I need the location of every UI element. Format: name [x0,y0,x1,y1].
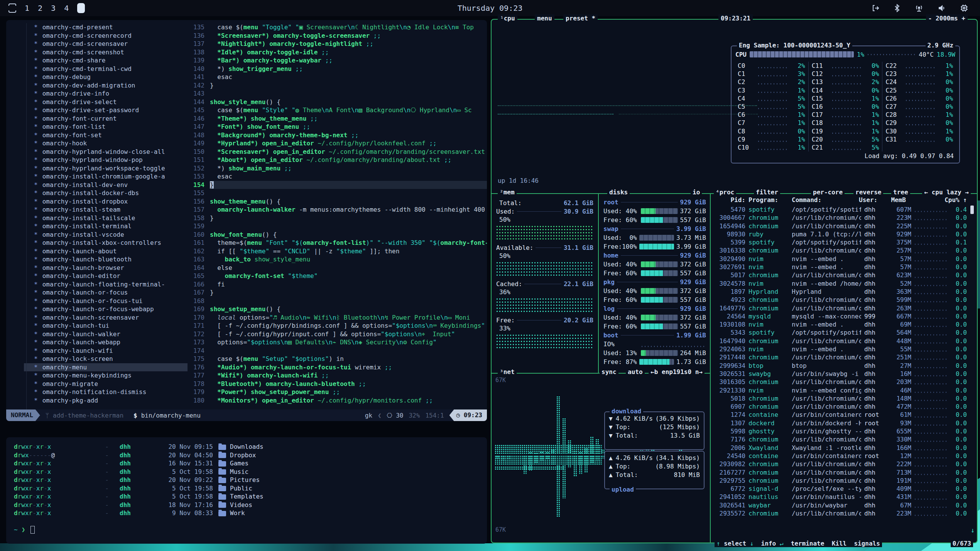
proc-percore-button[interactable]: per-core [811,189,845,196]
logout-icon[interactable] [871,4,880,12]
process-row[interactable]: 2941052nautilus/usr/bin/nautilus --gapdh… [714,493,967,501]
file-item[interactable]: *omarchy-launch-webapp [32,338,188,347]
process-row[interactable]: 1897HyprlandHyprlanddhh363M0.0 [714,288,967,296]
process-row[interactable]: 3027691nvimnvim --embed .dhh57M0.0 [714,263,967,271]
shell-prompt[interactable]: ~ ❯ [14,526,487,534]
process-row[interactable]: 6772signal-d/proc/self/exe --type=rdhh40… [714,485,967,493]
topbar-clock[interactable]: Thursday 09:23 [0,3,980,13]
process-row[interactable]: 2929755chromium/usr/lib/chromium/chromdh… [714,477,967,485]
file-item[interactable]: *omarchy-cmd-screenshot [32,48,188,57]
process-row[interactable]: 5998ghostty/usr/bin/ghostty --gtk-dhh655… [714,427,967,435]
file-item[interactable]: *omarchy-launch-wifi [32,347,188,355]
file-item[interactable]: *omarchy-launch-bluetooth [32,255,188,264]
file-item[interactable]: *omarchy-menu-keybindings [32,371,188,380]
file-item[interactable]: *omarchy-install-dev-env [32,181,188,189]
file-item[interactable]: *omarchy-cmd-screenrecord [32,32,188,40]
proc-reverse-button[interactable]: reverse [853,189,883,196]
network-broadcast-icon[interactable] [914,4,924,12]
file-item[interactable]: *omarchy-hyprland-window-pop [32,156,188,164]
bluetooth-icon[interactable] [894,4,901,12]
file-item[interactable]: *omarchy-pkg-add [32,396,188,405]
file-item[interactable]: *omarchy-launch-or-focus-tui [32,297,188,305]
file-item[interactable]: *omarchy-debug [32,73,188,81]
process-row[interactable]: 3004667chromium/usr/lib/chromium/chromdh… [714,214,967,222]
process-row[interactable]: 5399spotify/opt/spotify/spotify --dhh375… [714,238,967,246]
file-item[interactable]: *omarchy-migrate [32,380,188,388]
process-row[interactable]: 5017chromium/usr/lib/chromium/chromdhh62… [714,271,967,279]
file-item[interactable]: *omarchy-launch-about [32,247,188,256]
process-row[interactable]: 7176chromium/usr/lib/chromium/chromdhh33… [714,435,967,443]
file-item[interactable]: *omarchy-drive-select [32,98,188,106]
process-row[interactable]: 2999634btopbtopdhh27M0.0 [714,362,967,370]
file-item[interactable]: *omarchy-lock-screen [32,355,188,363]
file-item[interactable]: *omarchy-hyprland-workspace-toggle [32,164,188,173]
file-item[interactable]: *omarchy-install-dropbox [32,197,188,206]
process-row[interactable]: 2921330nvimnvim --embed config.jsodhh46M… [714,386,967,394]
btop-window[interactable]: ¹cpu menu preset * 09:23:21 - 2000ms + E… [491,19,978,543]
process-row[interactable]: 5470spotify/opt/spotify/spotify --dhh607… [714,206,967,214]
process-row[interactable]: 3029490nvimnvim --embed .dhh57M0.0 [714,255,967,263]
process-row[interactable]: 24564mysqldmysqld --max-connection999667… [714,312,967,320]
process-row[interactable]: 24540containe/usr/bin/containerd-shiroot… [714,452,967,460]
disks-title[interactable]: disks [607,189,630,196]
file-item[interactable]: *omarchy-cmd-present [32,23,188,32]
proc-scrollbar[interactable] [970,206,974,214]
process-row[interactable]: 2930982chromium/usr/lib/chromium/chromdh… [714,460,967,468]
io-title[interactable]: io [691,189,702,196]
file-item[interactable]: *omarchy-launch-editor [32,272,188,280]
file-item[interactable]: *omarchy-launch-or-focus-webapp [32,305,188,313]
proc-sort[interactable]: ← cpu lazy → [922,189,971,196]
process-row[interactable]: 2167277chromium/usr/lib/chromium/chromdh… [714,468,967,477]
process-row[interactable]: 4923chromium/usr/lib/chromium/chromdhh59… [714,296,967,304]
file-item[interactable]: *omarchy-launch-floating-terminal- [32,280,188,289]
file-item[interactable]: *omarchy-font-list [32,123,188,131]
file-item[interactable]: *omarchy-launch-screensaver [32,313,188,322]
tab-cpu[interactable]: ¹cpu [498,14,517,23]
cpu-chip-icon[interactable] [960,4,968,12]
editor-window[interactable]: *omarchy-cmd-present*omarchy-cmd-screenr… [6,20,487,421]
process-row[interactable]: 6907chromium/usr/lib/chromium/chromdhh47… [714,403,967,411]
process-row[interactable]: 2917448chromium/usr/lib/chromium/chromdh… [714,353,967,361]
file-item[interactable]: *omarchy-install-vscode [32,231,188,239]
file-item[interactable]: *omarchy-drive-set-password [32,106,188,115]
file-item[interactable]: *omarchy-cmd-share [32,56,188,65]
file-item[interactable]: *omarchy-menu [24,363,188,372]
file-item[interactable]: *omarchy-install-steam [32,206,188,214]
code-buffer[interactable]: case $(menu "Toggle" "▣ Screensaver\n☾ N… [210,23,487,409]
file-item[interactable]: *omarchy-font-current [32,115,188,123]
proc-tree-button[interactable]: tree [891,189,910,196]
file-item[interactable]: *omarchy-launch-walker [32,330,188,339]
process-row[interactable]: 3024578nvimnvim --embed /home/dhh/dhh52M… [714,280,967,288]
preset-button[interactable]: preset * [563,14,598,23]
file-item[interactable]: *omarchy-launch-browser [32,264,188,272]
process-row[interactable]: 98930rubypuma 7.1.0 (tcp://localdhh929M0… [714,230,967,238]
tab-proc[interactable]: ⁴proc [714,189,736,196]
process-list[interactable]: 5470spotify/opt/spotify/spotify --dhh607… [714,206,967,536]
process-row[interactable]: 2006XwaylandXwayland :1 -rootless -dhh16… [714,444,967,452]
process-row[interactable]: 2924063nvimnvim --embed .dhh55M0.0 [714,345,967,353]
file-item[interactable]: *omarchy-hook [32,139,188,148]
process-row[interactable]: 2935572chromium/usr/lib/chromium/chromdh… [714,509,967,517]
file-item[interactable]: *omarchy-launch-or-focus [32,288,188,297]
process-row[interactable]: 1649776chromium/usr/lib/chromium/chromdh… [714,304,967,312]
process-row[interactable]: 3026541waybar/usr/bin/waybardhh67M0.0 [714,501,967,509]
scroll-down-icon[interactable]: ↓ [971,526,975,534]
file-item[interactable]: *omarchy-install-docker-dbs [32,189,188,197]
file-item[interactable]: *omarchy-launch-tui [32,322,188,330]
file-item[interactable]: *omarchy-drive-info [32,89,188,98]
file-item[interactable]: *omarchy-install-xbox-controllers [32,239,188,247]
file-item[interactable]: *omarchy-install-chromium-google-a [32,172,188,181]
proc-filter-button[interactable]: filter [754,189,780,196]
terminal-window[interactable]: drwxr-xr-x-dhh20 Nov 09:15Downloadsdrwx-… [6,437,487,544]
tab-mem[interactable]: ²mem [498,189,517,196]
file-item[interactable]: *omarchy-font-set [32,131,188,140]
file-item[interactable]: *omarchy-install-terminal [32,222,188,231]
file-item[interactable]: *omarchy-dev-add-migration [32,81,188,90]
process-row[interactable]: 1274containe/usr/bin/containerdroot61M0.… [714,411,967,419]
file-item[interactable]: *omarchy-notification-dismiss [32,388,188,396]
process-row[interactable]: 3016305chromium/usr/lib/chromium/chromdh… [714,378,967,386]
menu-button[interactable]: menu [535,14,554,23]
process-row[interactable]: 1654946chromium/usr/lib/chromium/chromdh… [714,222,967,230]
file-item[interactable]: *omarchy-cmd-screensaver [32,40,188,48]
file-item[interactable]: *omarchy-cmd-terminal-cwd [32,65,188,73]
